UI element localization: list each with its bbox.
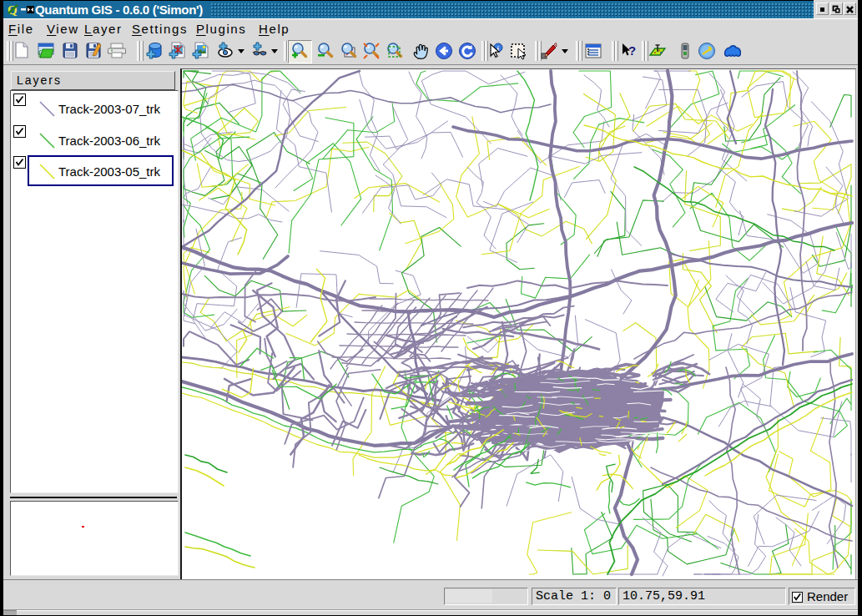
svg-text:?: ?: [628, 43, 636, 58]
